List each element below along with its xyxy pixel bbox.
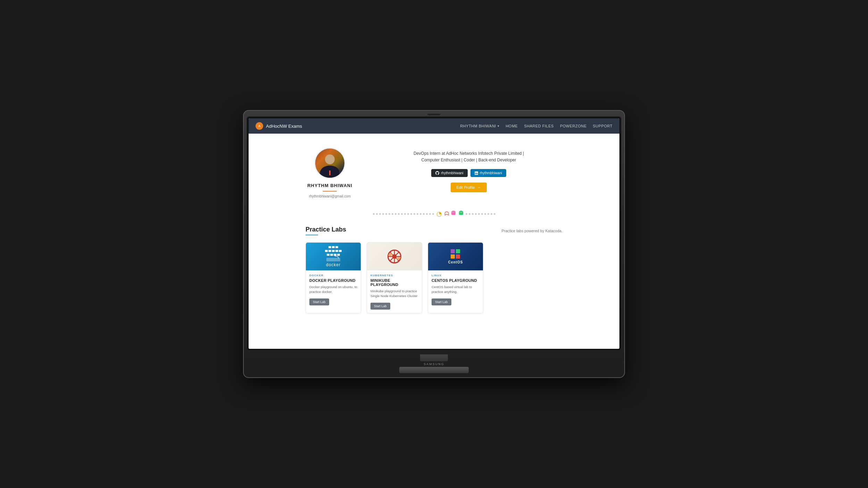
container-block: [332, 246, 335, 248]
docker-lab-image: docker: [306, 243, 361, 270]
nav-home[interactable]: HOME: [506, 124, 518, 128]
kubernetes-lab-name: MINIKUBE PLAYGROUND: [370, 278, 418, 287]
tv-stand-top: [420, 354, 448, 361]
centos-q-tr: [456, 249, 460, 253]
docker-lab-body: DOCKER DOCKER PLAYGROUND Docker playgrou…: [306, 270, 361, 309]
avatar: [314, 148, 345, 179]
docker-start-lab-button[interactable]: Start Lab: [309, 298, 329, 305]
dot: [491, 213, 492, 215]
centos-start-lab-button[interactable]: Start Lab: [432, 298, 451, 305]
profile-name: RHYTHM BHIWANI: [307, 183, 352, 188]
container-block: [335, 246, 338, 248]
section-title-block: Practice Labs: [306, 226, 346, 235]
profile-bio: DevOps Intern at AdHoc Networks Infotech…: [372, 150, 566, 163]
nav-shared-files[interactable]: SHARED FILES: [524, 124, 553, 128]
docker-logo: docker: [325, 246, 342, 267]
svg-point-5: [454, 212, 454, 213]
kubernetes-start-lab-button[interactable]: Start Lab: [370, 303, 390, 310]
docker-lab-desc: Docker playground on ubuntu, to practice…: [309, 285, 357, 295]
dot: [475, 213, 477, 215]
docker-containers: [328, 246, 338, 248]
nav-user-menu[interactable]: RHYTHM BHIWANI: [460, 124, 499, 128]
pacman-icon: ◔: [436, 210, 442, 218]
svg-line-20: [396, 252, 399, 255]
container-block: [339, 250, 342, 252]
dot: [484, 213, 486, 215]
ghost-pink-svg: [451, 211, 456, 216]
tv-screen: A AdHocNW Exams RHYTHM BHIWANI HOME SHAR…: [249, 118, 619, 349]
nav-support[interactable]: SUPPORT: [593, 124, 612, 128]
tv-brand: SAMSUNG: [247, 361, 621, 367]
kubernetes-lab-image: [367, 243, 422, 270]
dot: [423, 213, 425, 215]
profile-card: RHYTHM BHIWANI rhythmbhiwani@gmail.com D…: [302, 148, 566, 198]
svg-point-11: [461, 212, 462, 213]
ghost-red-icon: ᗣ: [444, 211, 449, 217]
dot: [417, 213, 418, 215]
edit-profile-label: Edit Profile: [456, 185, 475, 190]
dot: [379, 213, 381, 215]
centos-symbol: [451, 249, 460, 259]
dot: [398, 213, 400, 215]
kubernetes-lab-desc: Minikube playground to practice Single N…: [370, 289, 418, 299]
linkedin-button[interactable]: rhythmbhiwani: [470, 169, 506, 177]
dot: [481, 213, 483, 215]
centos-lab-desc: CentOS based virtual lab to practice any…: [432, 285, 479, 295]
bio-line2: Computer Enthusiast | Coder | Back-end D…: [421, 158, 516, 162]
centos-q-tl: [451, 249, 455, 253]
profile-email: rhythmbhiwani@gmail.com: [309, 194, 351, 198]
svg-point-4: [452, 212, 453, 213]
edit-profile-button[interactable]: Edit Profile: [451, 183, 486, 192]
profile-name-underline: [323, 191, 337, 192]
tv-stand: SAMSUNG: [247, 351, 621, 375]
docker-text: docker: [326, 262, 341, 267]
svg-point-13: [392, 254, 397, 259]
centos-lab-tag: LINUX: [432, 274, 479, 277]
dot: [494, 213, 495, 215]
dot: [420, 213, 422, 215]
dot: [410, 213, 412, 215]
dot: [392, 213, 393, 215]
dot: [426, 213, 428, 215]
social-buttons: rhythmbhiwani rhythmbhiwani: [372, 169, 566, 177]
section-subtitle: Practice labs powered by Katacoda.: [502, 229, 563, 233]
dot: [389, 213, 390, 215]
dot: [472, 213, 474, 215]
github-button[interactable]: rhythmbhiwani: [431, 169, 467, 177]
navbar: A AdHocNW Exams RHYTHM BHIWANI HOME SHAR…: [249, 118, 619, 134]
dot: [376, 213, 378, 215]
dot: [407, 213, 409, 215]
github-icon: [435, 171, 439, 175]
section-title: Practice Labs: [306, 226, 346, 233]
centos-logo: CentOS: [448, 249, 463, 264]
linkedin-icon: [475, 171, 478, 175]
navbar-brand: A AdHocNW Exams: [256, 122, 302, 130]
tv-frame: A AdHocNW Exams RHYTHM BHIWANI HOME SHAR…: [243, 110, 625, 378]
lab-cards: docker DOCKER DOCKER PLAYGROUND Docker p…: [306, 242, 562, 313]
brand-name: AdHocNW Exams: [266, 124, 302, 129]
ghost-green-icon: [459, 211, 464, 217]
container-block: [334, 254, 336, 256]
nav-powerzone[interactable]: POWERZONE: [560, 124, 587, 128]
bio-line1: DevOps Intern at AdHoc Networks Infotech…: [414, 151, 524, 156]
dot: [385, 213, 387, 215]
dot: [395, 213, 397, 215]
dot: [466, 213, 467, 215]
dot: [487, 213, 489, 215]
practice-labs-section: Practice Labs Practice labs powered by K…: [295, 222, 573, 324]
centos-q-br: [456, 254, 460, 259]
centos-lab-body: LINUX CENTOS PLAYGROUND CentOS based vir…: [428, 270, 483, 309]
dot: [401, 213, 403, 215]
dot: [404, 213, 406, 215]
dot: [432, 213, 434, 215]
svg-point-7: [459, 211, 463, 213]
docker-lab-name: DOCKER PLAYGROUND: [309, 278, 357, 283]
centos-text: CentOS: [448, 260, 463, 264]
ghost-pink-icon: [451, 211, 456, 217]
container-block: [330, 254, 333, 256]
tv-stand-base: [399, 367, 469, 373]
linkedin-label: rhythmbhiwani: [480, 171, 502, 175]
docker-lab-card: docker DOCKER DOCKER PLAYGROUND Docker p…: [306, 242, 361, 313]
container-block: [328, 250, 331, 252]
profile-section: RHYTHM BHIWANI rhythmbhiwani@gmail.com D…: [295, 134, 573, 205]
